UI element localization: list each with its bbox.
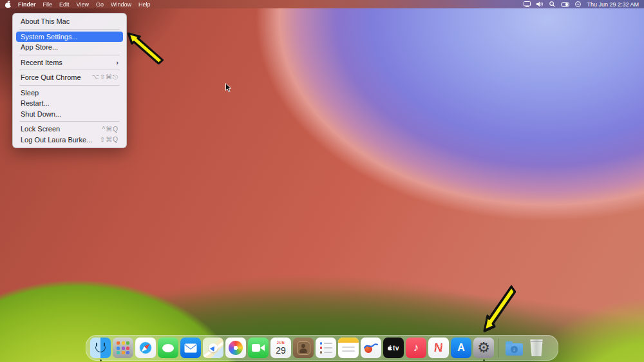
menu-item-label: App Store... [21, 43, 58, 51]
trash-icon [529, 339, 544, 356]
menu-bar: Finder File Edit View Go Window Help [0, 0, 644, 8]
dock-item-reminders[interactable] [316, 338, 336, 358]
dock: JUN 29 tv [86, 335, 558, 361]
apple-logo-icon [388, 345, 392, 350]
annotation-arrow-system-settings-dock [482, 285, 516, 334]
siri-icon[interactable] [575, 1, 581, 7]
gear-icon: ⚙ [477, 341, 490, 355]
dock-item-safari[interactable] [135, 338, 156, 358]
dock-item-maps[interactable] [203, 338, 223, 358]
music-note-icon: ♪ [413, 341, 419, 354]
calendar-month: JUN [277, 341, 285, 345]
contacts-silhouette-icon [297, 341, 310, 355]
launchpad-icon [117, 341, 129, 354]
dock-separator [498, 338, 499, 357]
control-center-icon[interactable] [561, 2, 569, 7]
calendar-icon: JUN 29 [276, 341, 286, 355]
news-n-icon: N [433, 341, 444, 355]
reminders-list-icon [320, 342, 332, 354]
maps-navigation-icon [209, 343, 218, 352]
dock-item-app-store[interactable]: A [451, 338, 471, 358]
menu-item-label: Restart... [21, 99, 50, 107]
photos-pinwheel-icon [229, 341, 243, 355]
menu-item-recent-items[interactable]: Recent Items › [16, 57, 123, 68]
menu-window[interactable]: Window [111, 1, 131, 8]
menu-item-label: System Settings... [21, 33, 78, 41]
dock-item-downloads[interactable]: ↓ [504, 338, 524, 358]
menu-item-lock-screen[interactable]: Lock Screen ^⌘Q [16, 124, 123, 135]
search-icon[interactable] [549, 1, 555, 7]
safari-compass-icon [137, 339, 154, 356]
dock-item-system-settings[interactable]: ⚙ [473, 338, 494, 358]
menu-bar-right: Thu Jun 29 2:32 AM [524, 0, 639, 8]
annotation-arrow-system-settings-menu [126, 32, 164, 64]
menu-separator [19, 121, 120, 122]
screen-mirroring-icon[interactable] [524, 1, 531, 7]
menu-item-label: Sleep [21, 89, 39, 97]
volume-icon[interactable] [536, 1, 544, 7]
submenu-chevron-icon: › [116, 59, 118, 66]
dock-item-launchpad[interactable] [113, 338, 133, 358]
dock-item-notes[interactable] [338, 338, 359, 358]
apple-menu-panel: About This Mac System Settings... App St… [12, 13, 127, 148]
menu-item-label: Lock Screen [21, 125, 60, 133]
menu-item-system-settings[interactable]: System Settings... [16, 32, 123, 43]
menu-edit[interactable]: Edit [59, 1, 70, 8]
dock-item-calendar[interactable]: JUN 29 [270, 338, 291, 358]
menu-item-about-this-mac[interactable]: About This Mac [16, 16, 123, 27]
menu-item-log-out[interactable]: Log Out Laura Burke... ⇧⌘Q [16, 135, 123, 146]
menu-item-label: Shut Down... [21, 110, 61, 118]
notes-icon [338, 338, 359, 343]
dock-item-contacts[interactable] [293, 338, 314, 358]
dock-item-trash[interactable] [526, 338, 547, 358]
dock-item-tv[interactable]: tv [383, 338, 404, 358]
menu-finder[interactable]: Finder [18, 1, 36, 8]
menu-bar-clock[interactable]: Thu Jun 29 2:32 AM [587, 1, 639, 8]
dock-item-freeform[interactable] [361, 338, 381, 358]
menu-item-app-store[interactable]: App Store... [16, 42, 123, 53]
menu-go[interactable]: Go [96, 1, 104, 8]
menu-item-label: Force Quit Chrome [21, 73, 81, 81]
tv-label: tv [393, 344, 399, 352]
facetime-camera-icon [252, 344, 265, 352]
dock-item-facetime[interactable] [248, 338, 269, 358]
shortcut-label: ^⌘Q [102, 126, 118, 133]
app-store-a-icon: A [457, 342, 465, 354]
menu-item-shut-down[interactable]: Shut Down... [16, 109, 123, 120]
menu-separator [19, 55, 120, 55]
menu-item-sleep[interactable]: Sleep [16, 88, 123, 99]
dock-item-finder[interactable] [90, 338, 111, 358]
apple-menu-icon[interactable] [5, 1, 11, 8]
mail-envelope-icon [184, 343, 197, 353]
download-arrow-icon: ↓ [511, 346, 518, 353]
calendar-day: 29 [276, 346, 286, 355]
menu-item-label: Log Out Laura Burke... [21, 136, 92, 144]
menu-help[interactable]: Help [138, 1, 151, 8]
shortcut-label: ⇧⌘Q [100, 136, 118, 143]
shortcut-label: ⌥⇧⌘⎋ [91, 73, 118, 81]
menu-item-force-quit[interactable]: Force Quit Chrome ⌥⇧⌘⎋ [16, 72, 123, 83]
menu-item-restart[interactable]: Restart... [16, 98, 123, 109]
menu-separator [19, 70, 120, 70]
menu-bar-left: Finder File Edit View Go Window Help [5, 0, 150, 8]
dock-item-messages[interactable] [158, 338, 178, 358]
menu-separator [19, 85, 120, 86]
freeform-wave-icon [364, 342, 378, 350]
dock-item-news[interactable]: N [428, 338, 449, 358]
downloads-folder-icon: ↓ [506, 343, 523, 356]
finder-icon [90, 338, 111, 358]
desktop: Finder File Edit View Go Window Help [0, 0, 644, 362]
dock-item-photos[interactable] [225, 338, 246, 358]
dock-item-mail[interactable] [180, 338, 201, 358]
menu-item-label: Recent Items [21, 59, 62, 66]
menu-separator [19, 29, 120, 30]
menu-file[interactable]: File [43, 1, 53, 8]
menu-item-label: About This Mac [21, 17, 70, 25]
mouse-cursor [225, 83, 232, 95]
menu-view[interactable]: View [77, 1, 89, 8]
dock-item-music[interactable]: ♪ [406, 338, 426, 358]
messages-bubble-icon [162, 344, 174, 352]
